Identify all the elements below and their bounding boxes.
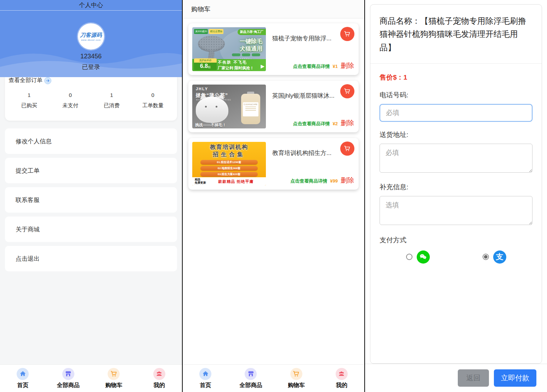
promo-badges: 满300减20 赠送运费险 [194, 29, 223, 34]
login-status: 已登录 [82, 63, 100, 71]
people-icon [153, 368, 165, 380]
ad-list-bar: 01.招生话术1290套 [200, 160, 258, 165]
orders-card: 查看全部订单 1 已购买 0 未支付 1 [5, 77, 177, 121]
cart-badge-icon[interactable] [340, 142, 354, 156]
tab-label: 全部商品 [239, 382, 262, 389]
cart-list: 满300减20 赠送运费险 新品力荐·淘工厂 一键除毛 犬猫通用 不伤肤 不飞毛… [183, 18, 364, 364]
personal-center-screen: 个人中心 刀客源码 www.dkewl.com 123456 已登录 查看全部订… [0, 0, 182, 392]
stat-value: 1 [8, 92, 50, 98]
people-icon [336, 368, 348, 380]
profile-info: 刀客源码 www.dkewl.com 123456 已登录 [0, 11, 182, 71]
phone-input[interactable] [380, 104, 532, 122]
bottle-illustration: CLEAN&CARE [241, 94, 260, 124]
tab-home[interactable]: 首页 [183, 368, 228, 389]
back-button[interactable]: 返回 [458, 369, 489, 387]
tab-mine[interactable]: 我的 [137, 368, 182, 389]
stat-unpaid[interactable]: 0 未支付 [50, 92, 91, 109]
stat-purchased[interactable]: 1 已购买 [8, 92, 50, 109]
menu-item-logout[interactable]: 点击退出 [5, 246, 177, 271]
tab-label: 全部商品 [57, 382, 80, 389]
home-icon [17, 368, 29, 380]
ad-brand: JHLY [196, 87, 208, 91]
bottom-nav: 首页 全部商品 购物车 我的 [183, 364, 364, 392]
order-action-bar: 返回 立即付款 [365, 364, 547, 392]
alipay-icon[interactable]: 支 [493, 250, 506, 264]
view-all-orders-label: 查看全部订单 [8, 77, 42, 84]
product-image[interactable]: 教育培训机构 招生合集 01.招生话术1290套 02.地推招生368套 03.… [192, 142, 266, 186]
order-form-body: 售价$：1 电话号码: 送货地址: 补充信息: 支付方式 [370, 63, 542, 264]
cart-screen: 购物车 满300减20 赠送运费险 新品力荐·淘工厂 一键 [182, 0, 364, 392]
profile-hero: 刀客源码 www.dkewl.com 123456 已登录 [0, 11, 182, 77]
arrow-right-icon [44, 77, 51, 84]
extra-info-input[interactable] [380, 196, 532, 225]
personal-menu: 修改个人信息 提交工单 联系客服 关于商城 点击退出 [5, 128, 177, 271]
shop-icon [245, 368, 257, 380]
page-title: 个人中心 [0, 0, 182, 11]
avatar-logo-subtext: www.dkewl.com [81, 39, 101, 41]
delete-button[interactable]: 删除 [341, 119, 354, 128]
address-label: 送货地址: [380, 130, 532, 139]
ad-list-bar: 03.招生方案820套 [200, 172, 258, 177]
item-price: ¥1 [333, 64, 338, 69]
wechat-icon[interactable] [417, 250, 430, 264]
tab-cart[interactable]: 购物车 [274, 368, 319, 389]
cart-item-actions: 点击查看商品详情 ¥99 删除 [290, 176, 354, 185]
order-form-screen: 商品名称：【猫梳子宠物专用除浮毛刷撸猫神器针梳狗狗猫咪毛发清理开结毛用品】 售价… [364, 0, 547, 392]
ad-list-bar: 02.地推招生368套 [200, 166, 258, 171]
payment-method-label: 支付方式 [380, 236, 532, 245]
cart-item: 满300减20 赠送运费险 新品力荐·淘工厂 一键除毛 犬猫通用 不伤肤 不飞毛… [188, 23, 359, 75]
cart-badge-icon[interactable] [340, 84, 354, 98]
menu-item-edit-profile[interactable]: 修改个人信息 [5, 128, 177, 154]
tab-label: 首页 [200, 382, 211, 389]
cart-item-actions: 点击查看商品详情 ¥1 删除 [293, 61, 354, 70]
delete-button[interactable]: 删除 [341, 61, 354, 70]
menu-item-contact-support[interactable]: 联系客服 [5, 187, 177, 213]
product-image[interactable]: 满300减20 赠送运费险 新品力荐·淘工厂 一键除毛 犬猫通用 不伤肤 不飞毛… [192, 27, 266, 71]
ad-headline: 一键除毛 犬猫通用 [240, 38, 262, 53]
payment-option-alipay: 支 [456, 250, 532, 264]
tab-label: 我的 [336, 382, 347, 389]
order-stats: 1 已购买 0 未支付 1 已消费 0 工单数量 [8, 92, 173, 109]
wechat-radio[interactable] [406, 254, 412, 260]
address-input[interactable] [380, 144, 532, 173]
promo-badge: 满300减20 [194, 29, 208, 34]
promo-badge: 赠送运费险 [209, 29, 223, 34]
ad-tagline: 款款精品 拒绝平庸 [206, 179, 266, 184]
ad-price-box: 洗护刷半价 6.8起 [194, 58, 217, 70]
tab-cart[interactable]: 购物车 [91, 368, 137, 389]
pay-now-button[interactable]: 立即付款 [494, 369, 536, 387]
app: 个人中心 刀客源码 www.dkewl.com 123456 已登录 查看全部订… [0, 0, 547, 392]
alipay-radio[interactable] [483, 254, 489, 260]
tab-home[interactable]: 首页 [0, 368, 46, 389]
menu-item-about-mall[interactable]: 关于商城 [5, 217, 177, 242]
stat-consumed[interactable]: 1 已消费 [91, 92, 132, 109]
cart-icon [290, 368, 302, 380]
view-all-orders-link[interactable]: 查看全部订单 [8, 77, 51, 84]
tab-all-products[interactable]: 全部商品 [228, 368, 273, 389]
view-detail-link[interactable]: 点击查看商品详情 [290, 178, 327, 184]
product-image[interactable]: JHLY 拯救“蒲公英” MAKE CATS LOVE BATHING CLEA… [192, 85, 266, 128]
cart-item: 教育培训机构 招生合集 01.招生话术1290套 02.地推招生368套 03.… [188, 138, 359, 190]
stat-tickets[interactable]: 0 工单数量 [132, 92, 174, 109]
cart-badge-icon[interactable] [340, 27, 354, 41]
stat-label: 已购买 [8, 102, 50, 109]
stat-value: 0 [50, 92, 91, 98]
tab-mine[interactable]: 我的 [319, 368, 364, 389]
stat-label: 未支付 [50, 102, 91, 109]
menu-item-submit-ticket[interactable]: 提交工单 [5, 158, 177, 183]
item-price: ¥99 [330, 178, 338, 184]
cat-illustration [196, 97, 228, 123]
personal-body: 查看全部订单 1 已购买 0 未支付 1 [0, 77, 182, 364]
view-detail-link[interactable]: 点击查看商品详情 [293, 121, 330, 127]
tab-label: 购物车 [288, 382, 305, 389]
tab-all-products[interactable]: 全部商品 [46, 368, 91, 389]
brush-illustration [198, 36, 225, 52]
item-price: ¥2 [333, 121, 338, 126]
tab-label: 首页 [17, 382, 28, 389]
stat-value: 0 [132, 92, 174, 98]
delete-button[interactable]: 删除 [341, 176, 354, 185]
view-detail-link[interactable]: 点击查看商品详情 [293, 63, 330, 70]
tab-label: 我的 [154, 382, 165, 389]
shop-icon [62, 368, 74, 380]
avatar[interactable]: 刀客源码 www.dkewl.com [78, 23, 104, 50]
